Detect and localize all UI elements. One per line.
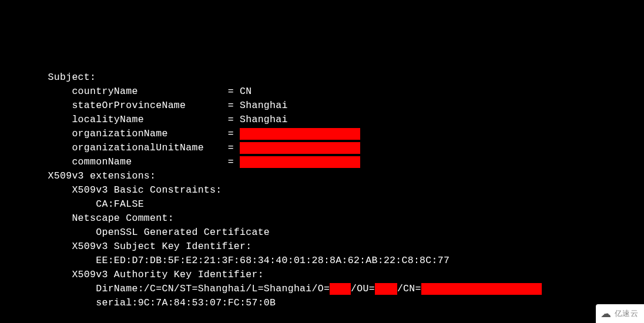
dirname-cn-label: /CN=: [397, 283, 421, 294]
ca-false: CA:FALSE: [0, 198, 144, 210]
cloud-icon: ☁: [601, 308, 611, 319]
common-line: commonName =: [0, 156, 360, 167]
common-line-prefix: commonName =: [0, 156, 240, 167]
redacted-orgunit: [240, 142, 360, 154]
watermark-label: 亿速云: [615, 307, 638, 321]
org-line-prefix: organizationName =: [0, 128, 240, 139]
redacted-dn-ou: [375, 283, 397, 295]
orgunit-line-prefix: organizationalUnitName =: [0, 142, 240, 153]
netscape-label: Netscape Comment:: [0, 213, 174, 224]
dirname-prefix: DirName:/C=CN/ST=Shanghai/L=Shanghai/O=: [0, 283, 330, 294]
orgunit-line: organizationalUnitName =: [0, 142, 360, 153]
org-line: organizationName =: [0, 128, 360, 139]
dirname-ou-label: /OU=: [351, 283, 375, 294]
redacted-commonname: [240, 156, 360, 168]
terminal-output: Subject: countryName = CN stateOrProvinc…: [0, 56, 644, 323]
basic-constraints-label: X509v3 Basic Constraints:: [0, 184, 222, 196]
dirname-line: DirName:/C=CN/ST=Shanghai/L=Shanghai/O=/…: [0, 283, 542, 294]
subject-label: Subject:: [0, 72, 96, 83]
watermark: ☁ 亿速云: [596, 304, 644, 323]
locality-line: localityName = Shanghai: [0, 114, 288, 125]
subject-key-value: EE:ED:D7:DB:5F:E2:21:3F:68:34:40:01:28:8…: [0, 255, 450, 266]
redacted-org: [240, 128, 360, 140]
authority-key-label: X509v3 Authority Key Identifier:: [0, 269, 264, 280]
subject-key-label: X509v3 Subject Key Identifier:: [0, 241, 251, 252]
redacted-dn-o: [330, 283, 351, 295]
openssl-generated: OpenSSL Generated Certificate: [0, 227, 270, 238]
serial-line: serial:9C:7A:84:53:07:FC:57:0B: [0, 297, 276, 308]
ext-label: X509v3 extensions:: [0, 170, 156, 181]
state-line: stateOrProvinceName = Shanghai: [0, 100, 288, 111]
country-line: countryName = CN: [0, 86, 251, 97]
redacted-dn-cn: [421, 283, 542, 295]
